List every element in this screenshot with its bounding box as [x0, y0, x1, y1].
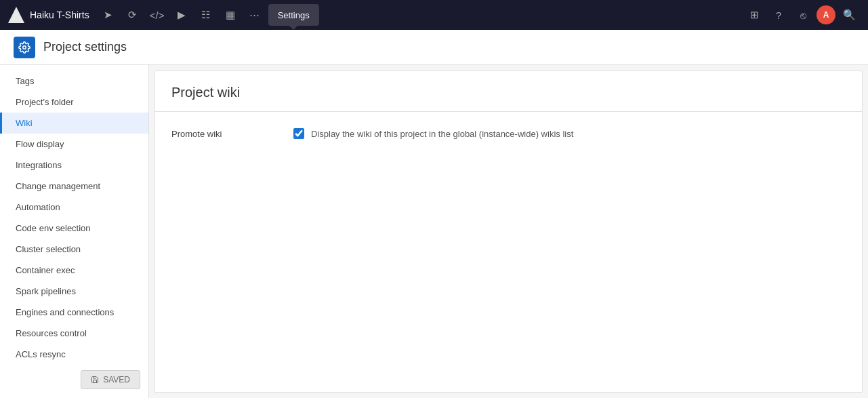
save-icon — [91, 376, 99, 384]
saved-button-container: SAVED — [8, 370, 140, 389]
sidebar-item-wiki[interactable]: Wiki — [0, 113, 148, 134]
sidebar-item-flow-display[interactable]: Flow display — [0, 134, 148, 155]
nav-refresh-icon[interactable]: ⟳ — [122, 4, 144, 26]
avatar-initials: A — [823, 10, 829, 20]
nav-table-icon[interactable]: ☷ — [195, 4, 217, 26]
page-header: Project settings — [0, 30, 868, 65]
sidebar-item-engines-and-connections[interactable]: Engines and connections — [0, 302, 148, 323]
svg-point-0 — [23, 45, 26, 49]
content-body: Promote wiki Display the wiki of this pr… — [155, 112, 862, 155]
promote-wiki-row: Promote wiki Display the wiki of this pr… — [171, 128, 846, 139]
brand[interactable]: Haiku T-Shirts — [8, 7, 89, 23]
page-title: Project settings — [43, 40, 127, 54]
sidebar-item-resources-control[interactable]: Resources control — [0, 323, 148, 344]
apps-icon[interactable]: ⊞ — [743, 4, 765, 26]
navbar-right: ⊞ ? ⎋ A 🔍 — [743, 4, 860, 26]
settings-tab[interactable]: Settings — [268, 4, 319, 26]
main-layout: TagsProject's folderWikiFlow displayInte… — [0, 65, 868, 398]
sidebar-item-automation[interactable]: Automation — [0, 197, 148, 218]
content-header: Project wiki — [155, 71, 862, 112]
sidebar-item-cluster-selection[interactable]: Cluster selection — [0, 239, 148, 260]
sidebar-item-acls-resync[interactable]: ACLs resync — [0, 344, 148, 365]
sidebar-item-spark-pipelines[interactable]: Spark pipelines — [0, 281, 148, 302]
promote-wiki-checkbox[interactable] — [293, 128, 304, 139]
settings-tab-label: Settings — [278, 10, 310, 20]
promote-wiki-control: Display the wiki of this project in the … — [293, 128, 573, 139]
sidebar-item-code-env-selection[interactable]: Code env selection — [0, 218, 148, 239]
navbar: Haiku T-Shirts ➤ ⟳ </> ▶ ☷ ▦ ⋯ Settings … — [0, 0, 868, 30]
promote-wiki-label: Promote wiki — [171, 129, 280, 139]
nav-play-icon[interactable]: ▶ — [171, 4, 192, 26]
sidebar-item-tags[interactable]: Tags — [0, 71, 148, 92]
content-title: Project wiki — [171, 85, 846, 100]
nav-arrow-icon[interactable]: ➤ — [98, 4, 119, 26]
nav-code-icon[interactable]: </> — [146, 4, 168, 26]
sidebar-item-change-management[interactable]: Change management — [0, 176, 148, 197]
brand-logo-icon — [8, 7, 24, 23]
search-icon[interactable]: 🔍 — [838, 4, 860, 26]
help-icon[interactable]: ? — [768, 4, 789, 26]
saved-label: SAVED — [103, 375, 130, 384]
sidebar-item-integrations[interactable]: Integrations — [0, 155, 148, 176]
brand-name: Haiku T-Shirts — [30, 9, 89, 20]
avatar[interactable]: A — [817, 5, 835, 24]
promote-wiki-description: Display the wiki of this project in the … — [311, 129, 573, 139]
sidebar: TagsProject's folderWikiFlow displayInte… — [0, 65, 149, 398]
saved-button[interactable]: SAVED — [81, 370, 140, 389]
nav-more-icon[interactable]: ⋯ — [244, 4, 266, 26]
nav-grid-icon[interactable]: ▦ — [220, 4, 241, 26]
sidebar-item-container-exec[interactable]: Container exec — [0, 260, 148, 281]
page-header-icon — [14, 37, 35, 58]
content-area: Project wiki Promote wiki Display the wi… — [154, 71, 863, 393]
analytics-icon[interactable]: ⎋ — [792, 4, 814, 26]
sidebar-item-projects-folder[interactable]: Project's folder — [0, 92, 148, 113]
